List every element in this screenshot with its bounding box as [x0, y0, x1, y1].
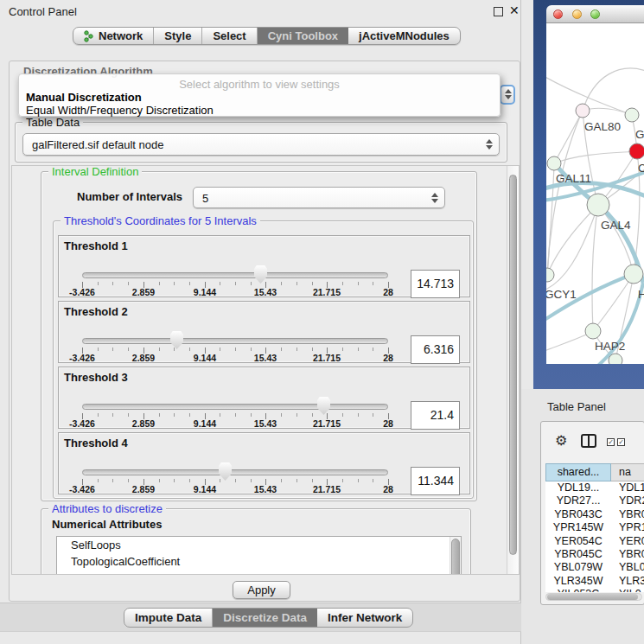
network-graph[interactable]: GAL80 GA C GAL11 GAL4 GCY1 H HAP2 — [546, 23, 644, 364]
cell-name: YLR3 — [611, 575, 644, 588]
thresholds-group: Threshold's Coordinates for 5 Intervals … — [53, 220, 474, 499]
threshold-2-value-field[interactable]: 6.316 — [411, 335, 460, 364]
table-row[interactable]: YBR045CYBR0 — [545, 548, 644, 561]
tick-label: 15.43 — [254, 287, 277, 297]
close-traffic-light[interactable] — [553, 10, 563, 19]
tick-label: 2.859 — [132, 287, 155, 297]
table-row[interactable]: YBL079WYBL0 — [545, 561, 644, 574]
table-data-group-label: Table Data — [22, 116, 83, 129]
node-ga[interactable] — [625, 108, 639, 122]
tick-label: 28 — [383, 287, 393, 297]
threshold-1-slider-thumb[interactable] — [254, 265, 267, 284]
node-hap2[interactable] — [585, 323, 601, 339]
list-item[interactable]: SelfLoops — [57, 537, 461, 553]
algorithm-option-manual[interactable]: Manual Discretization — [26, 91, 142, 104]
float-window-icon[interactable] — [494, 7, 503, 16]
node-gal11[interactable] — [547, 156, 561, 170]
settings-vertical-scrollbar[interactable] — [507, 166, 519, 574]
tab-infer-network[interactable]: Infer Network — [317, 609, 412, 627]
attributes-group: Attributes to discretize Numerical Attri… — [41, 508, 471, 575]
zoom-traffic-light[interactable] — [590, 10, 600, 19]
table-row[interactable]: YBR043CYBR0 — [545, 508, 644, 521]
tab-style[interactable]: Style — [154, 28, 202, 44]
threshold-1-value-field[interactable]: 14.713 — [411, 270, 460, 298]
scrollbar-thumb[interactable] — [547, 594, 638, 600]
table-row[interactable]: YER054CYER0 — [545, 535, 644, 548]
algorithm-option-equal-width[interactable]: Equal Width/Frequency Discretization — [26, 104, 214, 117]
stepper-arrows-icon — [430, 193, 438, 203]
apply-button[interactable]: Apply — [233, 581, 290, 599]
minimize-traffic-light[interactable] — [572, 10, 582, 19]
network-icon — [84, 30, 94, 42]
node-gcy1[interactable] — [546, 268, 554, 282]
numerical-attributes-label: Numerical Attributes — [52, 518, 162, 531]
gear-icon[interactable]: ⚙ — [555, 432, 567, 449]
threshold-4-slider-thumb[interactable] — [219, 462, 232, 481]
threshold-3-value-field[interactable]: 21.4 — [411, 401, 460, 430]
node-partial[interactable] — [609, 354, 622, 364]
checkbox-icon[interactable]: ✓ — [607, 438, 615, 446]
number-of-intervals-combobox[interactable]: 5 — [193, 187, 445, 208]
threshold-4-value-field[interactable]: 11.344 — [411, 467, 460, 495]
table-data-combobox[interactable]: galFiltered.sif default node — [22, 133, 500, 156]
node-gal80[interactable] — [576, 104, 590, 118]
list-item[interactable]: TopologicalCoefficient — [57, 553, 461, 570]
tick-label: 9.144 — [194, 484, 216, 494]
node-h[interactable] — [624, 265, 643, 284]
threshold-2-slider-track[interactable] — [82, 338, 388, 344]
table-data-value: galFiltered.sif default node — [32, 138, 163, 151]
split-pane-icon[interactable] — [581, 434, 596, 448]
threshold-1-slider-track[interactable] — [82, 272, 388, 278]
tab-impute-data[interactable]: Impute Data — [124, 609, 213, 627]
threshold-4-slider-track[interactable] — [82, 469, 388, 475]
threshold-2-slider-thumb[interactable] — [170, 331, 183, 349]
number-of-intervals-label: Number of Intervals — [77, 190, 182, 203]
column-header-shared-name[interactable]: shared... — [545, 463, 611, 481]
column-header-name[interactable]: na — [611, 463, 644, 481]
node-gal4[interactable] — [587, 194, 609, 216]
checkbox-icon[interactable]: ✓ — [617, 438, 625, 446]
table-row[interactable]: YLR345WYLR3 — [545, 575, 644, 588]
table-row[interactable]: YPR145WYPR1 — [545, 521, 644, 534]
tab-cyni-toolbox[interactable]: Cyni Toolbox — [258, 28, 348, 44]
slider-ticks-major — [82, 348, 389, 354]
threshold-3-slider-thumb[interactable] — [317, 397, 330, 415]
table-row[interactable]: YDL19...YDL1 — [545, 481, 644, 494]
tab-impute-data-label: Impute Data — [135, 611, 201, 624]
list-item[interactable]: BetweennessCentrality — [57, 570, 461, 575]
tab-discretize-data[interactable]: Discretize Data — [213, 609, 317, 627]
tab-select[interactable]: Select — [202, 28, 257, 44]
node-label: GAL80 — [584, 120, 621, 133]
table-row[interactable]: YIL053CYIL0 — [545, 588, 644, 592]
algorithm-combobox-button[interactable] — [500, 85, 515, 105]
cell-name: YDL1 — [611, 481, 644, 494]
settings-scrollpane: Interval Definition Number of Intervals … — [11, 165, 520, 575]
tick-label: 9.144 — [194, 418, 216, 429]
tick-label: -3.426 — [69, 484, 95, 494]
node-red-selected[interactable] — [629, 143, 644, 159]
tab-discretize-data-label: Discretize Data — [223, 611, 307, 624]
scrollbar-thumb[interactable] — [451, 539, 460, 575]
close-icon[interactable]: ✕ — [509, 3, 520, 17]
bottom-tabbar: Impute Data Discretize Data Infer Networ… — [124, 608, 413, 628]
tab-network[interactable]: Network — [73, 28, 154, 44]
table-horizontal-scrollbar[interactable] — [545, 593, 642, 601]
table-row[interactable]: YDR27...YDR2 — [545, 494, 644, 507]
network-view-window: GAL80 GA C GAL11 GAL4 GCY1 H HAP2 — [546, 5, 644, 364]
threshold-2-panel: Threshold 2 -3.426 2.859 9.144 15.43 21.… — [58, 301, 470, 363]
network-canvas[interactable]: GAL80 GA C GAL11 GAL4 GCY1 H HAP2 — [546, 23, 644, 364]
control-panel: Control Panel ✕ Network Style Select Cyn… — [0, 0, 521, 644]
tab-jactivemnodules[interactable]: jActiveMNodules — [348, 28, 460, 44]
network-window-titlebar[interactable] — [546, 5, 644, 23]
tick-label: -3.426 — [69, 287, 95, 297]
tick-label: -3.426 — [69, 418, 95, 429]
tick-label: 15.43 — [254, 353, 277, 363]
tick-label: 15.43 — [254, 484, 277, 494]
tick-label: -3.426 — [69, 353, 95, 363]
interval-definition-group: Interval Definition Number of Intervals … — [41, 171, 477, 501]
cell-name: YBR0 — [611, 548, 644, 561]
threshold-3-slider-track[interactable] — [82, 404, 388, 410]
scrollbar-thumb[interactable] — [509, 175, 517, 555]
attributes-list-scrollbar[interactable] — [450, 537, 461, 575]
table-panel-region: Table Panel ⚙ ✓ ✓ shared... na YDL19...Y… — [521, 389, 644, 644]
